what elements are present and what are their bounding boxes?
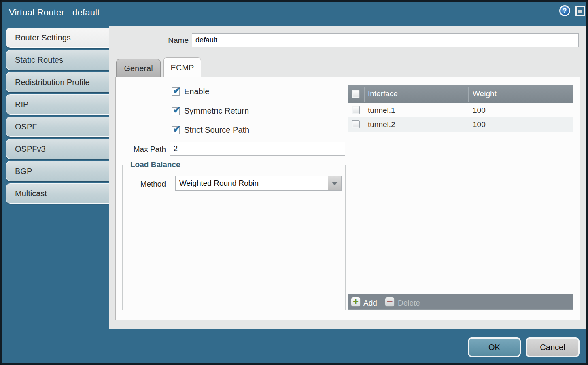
checkmark-icon: ✔: [173, 123, 181, 135]
select-all-checkbox[interactable]: [352, 90, 360, 98]
name-label: Name: [109, 36, 189, 45]
cell-weight: 100: [473, 106, 486, 115]
enable-label: Enable: [184, 87, 209, 96]
strict-source-path-checkbox[interactable]: ✔: [172, 126, 180, 134]
checkmark-icon: ✔: [173, 85, 181, 96]
symmetric-return-checkbox[interactable]: ✔: [172, 107, 180, 115]
ok-button[interactable]: OK: [468, 337, 521, 357]
method-label: Method: [116, 180, 166, 189]
restore-window-icon[interactable]: [575, 6, 585, 16]
delete-button-disabled: Delete: [398, 299, 420, 308]
sidebar-item-ospfv3[interactable]: OSPFv3: [6, 139, 109, 159]
ecmp-tab-panel: ✔ Enable ✔ Symmetric Return ✔ Strict Sou…: [115, 77, 580, 320]
cell-interface: tunnel.1: [368, 106, 395, 115]
table-row[interactable]: tunnel.1 100: [348, 103, 573, 117]
column-divider: [364, 87, 365, 102]
max-path-input[interactable]: [170, 142, 345, 156]
main-panel: Name General ECMP ✔ Enable ✔ Symmetric R…: [109, 26, 586, 329]
symmetric-return-label: Symmetric Return: [184, 106, 249, 116]
column-header-weight: Weight: [473, 89, 497, 98]
cancel-button[interactable]: Cancel: [526, 337, 580, 357]
virtual-router-dialog: Virtual Router - default ? Router Settin…: [0, 0, 588, 365]
restore-window-inner: [578, 10, 582, 13]
tab-ecmp[interactable]: ECMP: [163, 57, 201, 77]
ecmp-interface-table: Interface Weight tunnel.1 100 tunnel.2 1…: [348, 85, 573, 310]
load-balance-legend: Load Balance: [128, 160, 183, 169]
add-icon[interactable]: +: [351, 297, 361, 307]
chevron-down-icon: [331, 182, 338, 185]
table-footer: + Add − Delete: [348, 294, 573, 309]
add-button[interactable]: Add: [363, 299, 377, 308]
sidebar-item-ospf[interactable]: OSPF: [6, 117, 109, 137]
sidebar-item-bgp[interactable]: BGP: [6, 161, 109, 181]
dropdown-arrow-button[interactable]: [328, 176, 341, 190]
sidebar-item-multicast[interactable]: Multicast: [6, 183, 109, 204]
titlebar: Virtual Router - default ?: [2, 2, 586, 25]
sidebar-item-redistribution-profile[interactable]: Redistribution Profile: [6, 72, 109, 92]
cell-weight: 100: [473, 120, 486, 129]
help-icon[interactable]: ?: [559, 5, 570, 16]
row-checkbox[interactable]: [352, 120, 360, 128]
cell-interface: tunnel.2: [368, 120, 395, 129]
name-input[interactable]: [192, 33, 579, 47]
column-header-interface: Interface: [368, 89, 398, 98]
enable-checkbox[interactable]: ✔: [172, 87, 180, 96]
sidebar-item-static-routes[interactable]: Static Routes: [6, 50, 109, 70]
sidebar-item-router-settings[interactable]: Router Settings: [6, 28, 109, 48]
delete-icon: −: [385, 297, 395, 307]
method-selected-value: Weighted Round Robin: [179, 179, 259, 188]
checkmark-icon: ✔: [173, 104, 181, 116]
max-path-label: Max Path: [116, 145, 166, 154]
table-row[interactable]: tunnel.2 100: [348, 117, 573, 132]
sidebar-item-rip[interactable]: RIP: [6, 94, 109, 115]
column-divider: [468, 87, 469, 102]
method-dropdown[interactable]: Weighted Round Robin: [175, 176, 342, 191]
table-header: Interface Weight: [348, 85, 573, 103]
dialog-title: Virtual Router - default: [9, 7, 100, 18]
tab-general[interactable]: General: [116, 59, 161, 77]
row-checkbox[interactable]: [352, 106, 360, 114]
strict-source-path-label: Strict Source Path: [184, 125, 249, 135]
